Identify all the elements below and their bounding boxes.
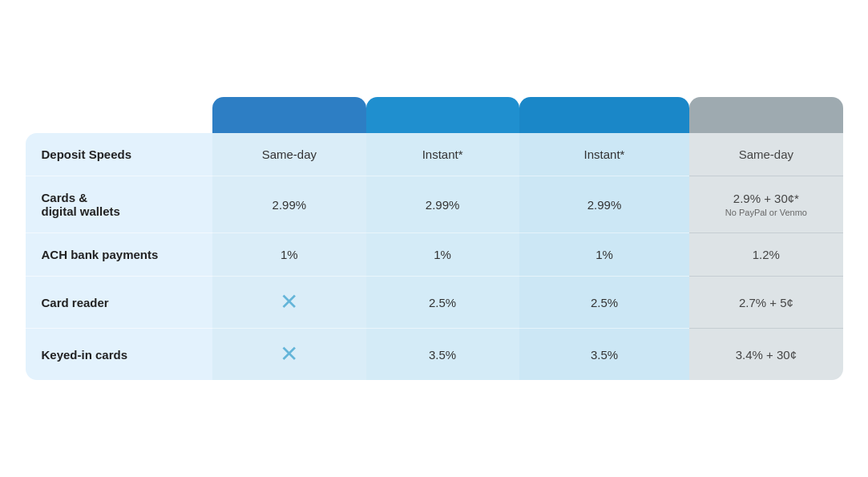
- cell-simple-2: 1%: [366, 233, 519, 277]
- cell-stripe-4: 3.4% + 30¢: [689, 329, 842, 380]
- col-header-money: [212, 97, 365, 133]
- table-row: Card reader✕2.5%2.5%2.7% + 5¢: [26, 277, 843, 329]
- table-row: Cards &digital wallets2.99%2.99%2.99%2.9…: [26, 176, 843, 233]
- cell-stripe-2: 1.2%: [689, 233, 842, 277]
- cell-essentials-3: 2.5%: [519, 277, 690, 329]
- cell-stripe-0: Same-day: [689, 133, 842, 176]
- col-header-stripe: [689, 97, 842, 133]
- row-label-2: ACH bank payments: [26, 233, 213, 277]
- cell-stripe-3: 2.7% + 5¢: [689, 277, 842, 329]
- row-label-4: Keyed-in cards: [26, 329, 213, 380]
- cell-essentials-4: 3.5%: [519, 329, 690, 380]
- table-row: ACH bank payments1%1%1%1.2%: [26, 233, 843, 277]
- cell-essentials-1: 2.99%: [519, 176, 690, 233]
- table-body: Deposit SpeedsSame-dayInstant*Instant*Sa…: [26, 133, 843, 380]
- empty-header-cell: [26, 97, 213, 133]
- cell-stripe-1: 2.9% + 30¢*No PayPal or Venmo: [689, 176, 842, 233]
- row-label-3: Card reader: [26, 277, 213, 329]
- cell-money-2: 1%: [212, 233, 365, 277]
- col-header-simple: [366, 97, 519, 133]
- row-label-1: Cards &digital wallets: [26, 176, 213, 233]
- table-row: Deposit SpeedsSame-dayInstant*Instant*Sa…: [26, 133, 843, 176]
- cell-money-1: 2.99%: [212, 176, 365, 233]
- cell-simple-3: 2.5%: [366, 277, 519, 329]
- col-header-essentials: [519, 97, 690, 133]
- comparison-table: Deposit SpeedsSame-dayInstant*Instant*Sa…: [26, 97, 843, 380]
- x-mark: ✕: [280, 289, 298, 314]
- x-mark: ✕: [280, 342, 298, 366]
- cell-essentials-0: Instant*: [519, 133, 690, 176]
- row-label-0: Deposit Speeds: [26, 133, 213, 176]
- cell-simple-4: 3.5%: [366, 329, 519, 380]
- cell-money-0: Same-day: [212, 133, 365, 176]
- cell-money-3: ✕: [212, 277, 365, 329]
- cell-essentials-2: 1%: [519, 233, 690, 277]
- cell-simple-1: 2.99%: [366, 176, 519, 233]
- header-row: [26, 97, 843, 133]
- cell-money-4: ✕: [212, 329, 365, 380]
- sub-text-1: No PayPal or Venmo: [699, 208, 833, 217]
- cell-simple-0: Instant*: [366, 133, 519, 176]
- table-row: Keyed-in cards✕3.5%3.5%3.4% + 30¢: [26, 329, 843, 380]
